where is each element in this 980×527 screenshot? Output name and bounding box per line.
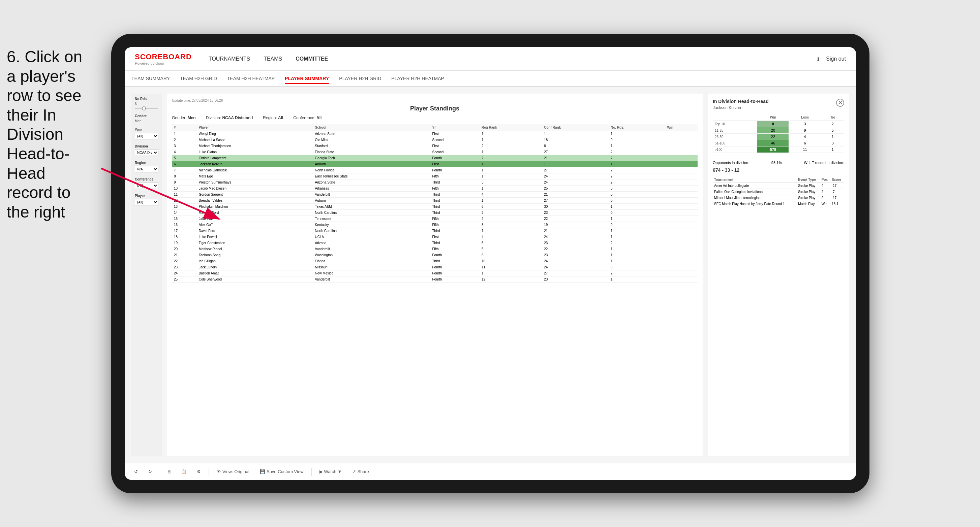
- cell-yr: Third: [430, 192, 479, 198]
- cell-conf: 24: [542, 264, 609, 270]
- cell-school: Kentucky: [313, 222, 430, 228]
- t-score: -17: [830, 183, 844, 189]
- table-row[interactable]: 20 Matthew Riedel Vanderbilt Fifth 5 22 …: [172, 246, 698, 252]
- h2h-loss: 9: [789, 127, 821, 134]
- logo-scoreboard: SCOREBOARD: [135, 52, 192, 61]
- table-row[interactable]: 10 Jacob Mac Diesen Arkansas Fifth 1 25 …: [172, 186, 698, 192]
- cell-reg: 1: [480, 198, 542, 204]
- cell-reg: 1: [480, 137, 542, 143]
- t-pos: 2: [820, 189, 830, 195]
- sign-out[interactable]: Sign out: [826, 54, 846, 63]
- cell-school: Florida State: [313, 149, 430, 155]
- cell-reg: 1: [480, 173, 542, 179]
- cell-rds: 1: [609, 252, 665, 258]
- nav-committee[interactable]: COMMITTEE: [296, 54, 328, 63]
- table-row[interactable]: 7 Nicholas Gabrelcik North Florida Fourt…: [172, 167, 698, 173]
- col-player: Player: [197, 124, 313, 131]
- standings-panel: Update time: 27/03/2024 16:56:26 Player …: [167, 94, 703, 456]
- tab-player-summary[interactable]: PLAYER SUMMARY: [285, 74, 329, 84]
- h2h-close-button[interactable]: ✕: [836, 98, 844, 107]
- cell-reg: 12: [480, 276, 542, 283]
- cell-conf: 1: [542, 131, 609, 137]
- table-row[interactable]: 22 Ian Gilligan Florida Third 10 24 1: [172, 258, 698, 264]
- save-custom-button[interactable]: 💾 Save Custom View: [257, 468, 306, 475]
- cell-num: 17: [172, 228, 197, 234]
- cell-rds: 2: [609, 173, 665, 179]
- table-row[interactable]: 24 Bastien Amat New Mexico Fourth 1 27 2: [172, 270, 698, 276]
- h2h-loss: 3: [789, 121, 821, 127]
- tab-team-summary[interactable]: TEAM SUMMARY: [131, 74, 170, 84]
- table-row[interactable]: 6 Jackson Koivun Auburn First 1 1 1: [172, 161, 698, 167]
- cell-reg: 2: [480, 216, 542, 222]
- table-row[interactable]: 25 Cole Sherwood Vanderbilt Fourth 12 23…: [172, 276, 698, 283]
- cell-rds: 0: [609, 264, 665, 270]
- cell-reg: 5: [480, 246, 542, 252]
- year-select[interactable]: (All): [135, 133, 158, 140]
- share-button[interactable]: ↗ Share: [350, 468, 372, 475]
- cell-yr: Fourth: [430, 155, 479, 161]
- table-row[interactable]: 21 Taehoon Song Washington Fourth 6 23 1: [172, 252, 698, 258]
- cell-yr: Second: [430, 137, 479, 143]
- h2h-tie: 3: [821, 140, 844, 146]
- toolbar-sep-2: [208, 468, 209, 476]
- table-row[interactable]: 1 Wenyi Ding Arizona State First 1 1 1: [172, 131, 698, 137]
- copy-button[interactable]: ⎘: [165, 468, 173, 475]
- cell-reg: 2: [480, 143, 542, 149]
- region-label: Region: [135, 161, 158, 165]
- table-row[interactable]: 19 Tiger Christensen Arizona Third 8 23 …: [172, 240, 698, 246]
- tab-team-h2h-grid[interactable]: TEAM H2H GRID: [180, 74, 217, 84]
- t-pos: 4: [820, 183, 830, 189]
- region-select[interactable]: N/A: [135, 166, 158, 172]
- no-rds-slider[interactable]: [135, 108, 158, 109]
- h2h-win: 578: [757, 146, 789, 153]
- cell-rds: 1: [609, 258, 665, 264]
- table-row[interactable]: 14 Maxwell Ford North Carolina Third 2 2…: [172, 210, 698, 216]
- table-row[interactable]: 17 David Ford North Carolina Third 1 21 …: [172, 228, 698, 234]
- h2h-opponents: Opponents in division: 98.1% W-L-T recor…: [713, 160, 844, 165]
- t-type: Stroke Play: [797, 195, 820, 201]
- cell-yr: Fourth: [430, 167, 479, 173]
- cell-win: [665, 179, 698, 186]
- table-row[interactable]: 13 Phichaksn Maichon Texas A&M Third 6 3…: [172, 204, 698, 210]
- watch-button[interactable]: ▶ Watch ▼: [317, 468, 345, 475]
- table-row[interactable]: 5 Christo Lamprecht Georgia Tech Fourth …: [172, 155, 698, 161]
- tab-team-h2h-heatmap[interactable]: TEAM H2H HEATMAP: [227, 74, 275, 84]
- paste-button[interactable]: 📋: [178, 468, 189, 475]
- table-row[interactable]: 9 Preston Summerhays Arizona State Third…: [172, 179, 698, 186]
- h2h-range: 26-50: [713, 134, 757, 140]
- table-row[interactable]: 23 Jack Lundin Missouri Fourth 11 24 0: [172, 264, 698, 270]
- cell-reg: 8: [480, 240, 542, 246]
- table-row[interactable]: 8 Mats Ege East Tennessee State Fifth 1 …: [172, 173, 698, 179]
- cell-win: [665, 216, 698, 222]
- cell-win: [665, 276, 698, 283]
- view-original-button[interactable]: 👁 View: Original: [214, 468, 252, 475]
- cell-player: Luke Powell: [197, 234, 313, 240]
- table-row[interactable]: 18 Luke Powell UCLA First 4 24 1: [172, 234, 698, 240]
- table-row[interactable]: 16 Alex Goff Kentucky Fifth 8 19 0: [172, 222, 698, 228]
- player-select[interactable]: (All): [135, 199, 158, 205]
- cell-school: UCLA: [313, 234, 430, 240]
- cell-school: Vanderbilt: [313, 246, 430, 252]
- undo-button[interactable]: ↺: [131, 468, 140, 475]
- redo-button[interactable]: ↻: [146, 468, 155, 475]
- cell-school: Auburn: [313, 198, 430, 204]
- table-row[interactable]: 4 Luke Claton Florida State Second 1 27 …: [172, 149, 698, 155]
- cell-reg: 1: [480, 167, 542, 173]
- division-select[interactable]: NCAA Division I: [135, 149, 158, 156]
- cell-player: Michael Thorbjornsen: [197, 143, 313, 149]
- nav-teams[interactable]: TEAMS: [264, 54, 282, 63]
- table-row[interactable]: 11 Gordon Sargent Vanderbilt Third 4 21 …: [172, 192, 698, 198]
- cell-num: 2: [172, 137, 197, 143]
- tab-player-h2h-grid[interactable]: PLAYER H2H GRID: [339, 74, 381, 84]
- format-button[interactable]: ⚙: [194, 468, 204, 475]
- table-row[interactable]: 15 Jake Hall Tennessee Fifth 2 22 1: [172, 216, 698, 222]
- tab-player-h2h-heatmap[interactable]: PLAYER H2H HEATMAP: [391, 74, 444, 84]
- h2h-table: Win Loss Tie Top 10 8 3 2 11-25 20 9 5 2…: [713, 114, 844, 153]
- nav-tournaments[interactable]: TOURNAMENTS: [208, 54, 250, 63]
- conference-select[interactable]: (All): [135, 183, 158, 189]
- cell-player: Bastien Amat: [197, 270, 313, 276]
- cell-num: 13: [172, 204, 197, 210]
- table-row[interactable]: 2 Michael La Sasso Ole Miss Second 1 18 …: [172, 137, 698, 143]
- table-row[interactable]: 3 Michael Thorbjornsen Stanford First 2 …: [172, 143, 698, 149]
- table-row[interactable]: 12 Brendan Valdes Auburn Third 1 27 0: [172, 198, 698, 204]
